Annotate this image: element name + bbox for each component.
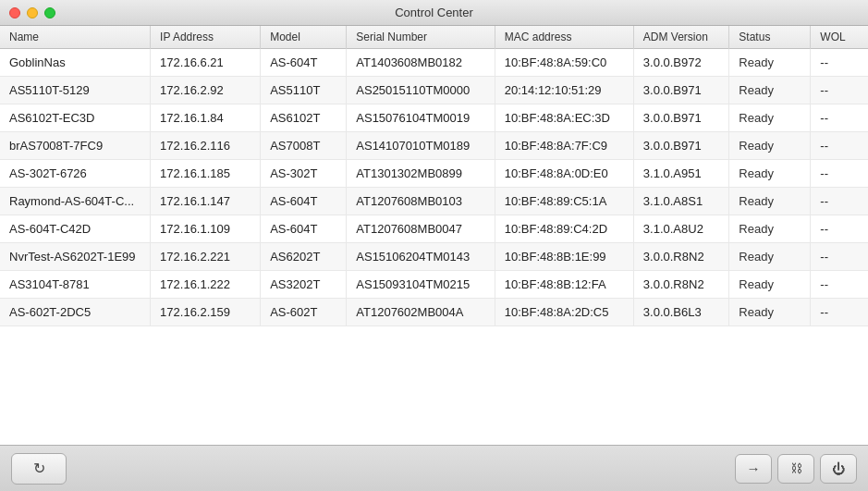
device-name: AS-602T-2DC5 (0, 299, 151, 326)
device-wol: -- (811, 271, 868, 299)
device-serial: AS15093104TM0215 (347, 271, 495, 299)
maximize-button[interactable] (44, 7, 55, 18)
device-wol: -- (811, 215, 868, 243)
device-table: Name IP Address Model Serial Number MAC … (0, 26, 868, 326)
col-header-status[interactable]: Status (729, 26, 811, 49)
device-mac: 10:BF:48:8A:59:C0 (495, 49, 633, 77)
device-model: AS6102T (261, 104, 347, 132)
power-button[interactable]: ⏻ (820, 454, 857, 484)
device-status: Ready (729, 77, 811, 104)
col-header-wol[interactable]: WOL (811, 26, 868, 49)
device-wol: -- (811, 188, 868, 215)
device-mac: 10:BF:48:89:C5:1A (495, 188, 633, 215)
table-row[interactable]: AS5110T-5129172.16.2.92AS5110TAS25015110… (0, 77, 868, 104)
device-table-container: Name IP Address Model Serial Number MAC … (0, 26, 868, 445)
col-header-adm[interactable]: ADM Version (633, 26, 729, 49)
minimize-button[interactable] (27, 7, 38, 18)
device-name: AS6102T-EC3D (0, 104, 151, 132)
link-icon: ⛓ (790, 461, 802, 475)
device-model: AS-602T (261, 299, 347, 326)
device-adm: 3.0.0.R8N2 (633, 243, 729, 271)
device-ip: 172.16.2.116 (151, 132, 261, 160)
device-ip: 172.16.1.185 (151, 160, 261, 188)
col-header-mac[interactable]: MAC address (495, 26, 633, 49)
device-model: AS6202T (261, 243, 347, 271)
device-model: AS5110T (261, 77, 347, 104)
device-adm: 3.0.0.B6L3 (633, 299, 729, 326)
col-header-ip[interactable]: IP Address (151, 26, 261, 49)
device-status: Ready (729, 49, 811, 77)
device-wol: -- (811, 243, 868, 271)
device-status: Ready (729, 243, 811, 271)
device-status: Ready (729, 215, 811, 243)
device-serial: AT1207602MB004A (347, 299, 495, 326)
device-serial: AT1403608MB0182 (347, 49, 495, 77)
table-row[interactable]: GoblinNas172.16.6.21AS-604TAT1403608MB01… (0, 49, 868, 77)
col-header-model[interactable]: Model (261, 26, 347, 49)
traffic-lights (9, 7, 55, 18)
device-wol: -- (811, 104, 868, 132)
device-mac: 20:14:12:10:51:29 (495, 77, 633, 104)
device-model: AS-604T (261, 188, 347, 215)
device-model: AS-302T (261, 160, 347, 188)
table-row[interactable]: AS-302T-6726172.16.1.185AS-302TAT1301302… (0, 160, 868, 188)
device-wol: -- (811, 49, 868, 77)
window-title: Control Center (395, 6, 473, 19)
device-ip: 172.16.1.84 (151, 104, 261, 132)
device-mac: 10:BF:48:8B:12:FA (495, 271, 633, 299)
device-serial: AS14107010TM0189 (347, 132, 495, 160)
device-adm: 3.1.0.A8U2 (633, 215, 729, 243)
table-row[interactable]: AS3104T-8781172.16.1.222AS3202TAS1509310… (0, 271, 868, 299)
table-row[interactable]: AS-604T-C42D172.16.1.109AS-604TAT1207608… (0, 215, 868, 243)
table-row[interactable]: NvrTest-AS6202T-1E99172.16.2.221AS6202TA… (0, 243, 868, 271)
device-adm: 3.0.0.B972 (633, 49, 729, 77)
device-model: AS3202T (261, 271, 347, 299)
table-row[interactable]: brAS7008T-7FC9172.16.2.116AS7008TAS14107… (0, 132, 868, 160)
device-status: Ready (729, 271, 811, 299)
device-status: Ready (729, 132, 811, 160)
link-button[interactable]: ⛓ (777, 454, 814, 484)
device-status: Ready (729, 104, 811, 132)
device-ip: 172.16.6.21 (151, 49, 261, 77)
device-mac: 10:BF:48:8A:0D:E0 (495, 160, 633, 188)
device-name: AS-302T-6726 (0, 160, 151, 188)
device-serial: AT1207608MB0103 (347, 188, 495, 215)
device-name: brAS7008T-7FC9 (0, 132, 151, 160)
device-ip: 172.16.2.92 (151, 77, 261, 104)
navigate-button[interactable]: → (735, 454, 772, 484)
device-mac: 10:BF:48:8A:EC:3D (495, 104, 633, 132)
device-name: NvrTest-AS6202T-1E99 (0, 243, 151, 271)
device-serial: AT1301302MB0899 (347, 160, 495, 188)
title-bar: Control Center (0, 0, 868, 26)
col-header-serial[interactable]: Serial Number (347, 26, 495, 49)
device-status: Ready (729, 299, 811, 326)
device-adm: 3.0.0.B971 (633, 77, 729, 104)
device-adm: 3.0.0.R8N2 (633, 271, 729, 299)
arrow-icon: → (747, 460, 761, 476)
device-status: Ready (729, 160, 811, 188)
device-adm: 3.0.0.B971 (633, 104, 729, 132)
device-name: AS5110T-5129 (0, 77, 151, 104)
table-row[interactable]: AS-602T-2DC5172.16.2.159AS-602TAT1207602… (0, 299, 868, 326)
device-name: GoblinNas (0, 49, 151, 77)
device-mac: 10:BF:48:8A:2D:C5 (495, 299, 633, 326)
device-mac: 10:BF:48:8B:1E:99 (495, 243, 633, 271)
device-mac: 10:BF:48:8A:7F:C9 (495, 132, 633, 160)
table-row[interactable]: AS6102T-EC3D172.16.1.84AS6102TAS15076104… (0, 104, 868, 132)
device-serial: AT1207608MB0047 (347, 215, 495, 243)
table-row[interactable]: Raymond-AS-604T-C...172.16.1.147AS-604TA… (0, 188, 868, 215)
device-model: AS7008T (261, 132, 347, 160)
device-wol: -- (811, 160, 868, 188)
footer: ↻ → ⛓ ⏻ (0, 445, 868, 491)
power-icon: ⏻ (832, 461, 845, 476)
footer-right: → ⛓ ⏻ (735, 454, 857, 484)
device-ip: 172.16.2.159 (151, 299, 261, 326)
device-ip: 172.16.1.109 (151, 215, 261, 243)
device-adm: 3.0.0.B971 (633, 132, 729, 160)
device-name: AS-604T-C42D (0, 215, 151, 243)
col-header-name[interactable]: Name (0, 26, 151, 49)
refresh-button[interactable]: ↻ (11, 453, 67, 485)
footer-left: ↻ (11, 453, 67, 485)
device-wol: -- (811, 77, 868, 104)
close-button[interactable] (9, 7, 20, 18)
